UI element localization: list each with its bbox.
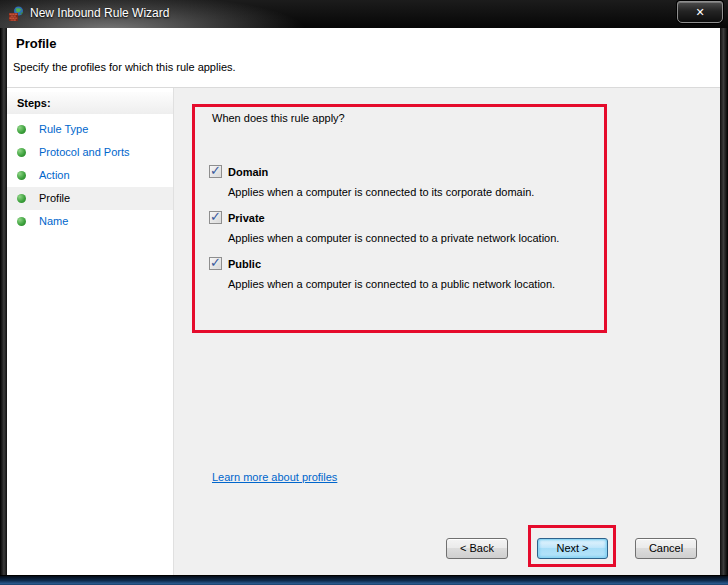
domain-checkbox[interactable] — [209, 165, 222, 178]
content-pane — [174, 88, 720, 575]
cancel-button[interactable]: Cancel — [635, 538, 697, 559]
steps-heading: Steps: — [7, 92, 173, 114]
sidebar-item-rule-type[interactable]: Rule Type — [7, 118, 173, 141]
public-checkbox[interactable] — [209, 257, 222, 270]
public-label[interactable]: Public — [228, 258, 261, 270]
page-title: Profile — [16, 36, 56, 51]
learn-more-link[interactable]: Learn more about profiles — [212, 471, 337, 483]
firewall-icon — [8, 6, 24, 22]
sidebar-item-label[interactable]: Rule Type — [39, 118, 88, 141]
private-description: Applies when a computer is connected to … — [228, 232, 559, 244]
private-checkbox[interactable] — [209, 211, 222, 224]
green-dot-icon — [17, 171, 26, 180]
sidebar-item-profile-current[interactable]: Profile — [7, 187, 173, 210]
question-text: When does this rule apply? — [212, 112, 345, 124]
green-dot-icon — [17, 125, 26, 134]
close-button[interactable]: ✕ — [677, 1, 723, 23]
sidebar-item-label[interactable]: Name — [39, 210, 68, 233]
title-bar: New Inbound Rule Wizard ✕ — [0, 0, 728, 28]
window-frame-right — [720, 28, 728, 575]
back-button[interactable]: < Back — [446, 538, 508, 559]
green-dot-icon — [17, 194, 26, 203]
sidebar-item-label[interactable]: Protocol and Ports — [39, 141, 130, 164]
steps-sidebar: Steps: Rule Type Protocol and Ports Acti… — [7, 88, 174, 575]
sidebar-item-protocol-and-ports[interactable]: Protocol and Ports — [7, 141, 173, 164]
window-frame-bottom — [0, 575, 728, 585]
steps-list: Rule Type Protocol and Ports Action Prof… — [7, 118, 173, 233]
public-description: Applies when a computer is connected to … — [228, 278, 555, 290]
wizard-window: New Inbound Rule Wizard ✕ Profile Specif… — [0, 0, 728, 585]
green-dot-icon — [17, 217, 26, 226]
window-title: New Inbound Rule Wizard — [30, 0, 169, 28]
sidebar-item-name[interactable]: Name — [7, 210, 173, 233]
domain-description: Applies when a computer is connected to … — [228, 186, 534, 198]
client-area: Profile Specify the profiles for which t… — [7, 28, 720, 575]
domain-label[interactable]: Domain — [228, 166, 268, 178]
green-dot-icon — [17, 148, 26, 157]
next-button[interactable]: Next > — [537, 538, 608, 559]
page-subtitle: Specify the profiles for which this rule… — [13, 61, 236, 73]
wizard-header: Profile Specify the profiles for which t… — [7, 28, 720, 88]
window-frame-left — [0, 28, 7, 575]
sidebar-item-label: Profile — [39, 187, 70, 210]
sidebar-item-action[interactable]: Action — [7, 164, 173, 187]
sidebar-item-label[interactable]: Action — [39, 164, 70, 187]
private-label[interactable]: Private — [228, 212, 265, 224]
